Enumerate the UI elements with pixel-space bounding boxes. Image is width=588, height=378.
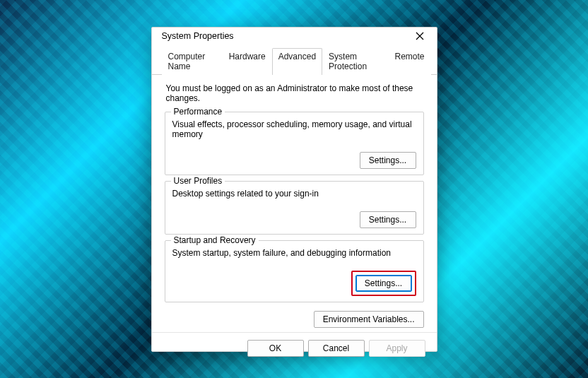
close-button[interactable] (410, 28, 430, 45)
tab-system-protection[interactable]: System Protection (322, 48, 388, 75)
tab-content-advanced: You must be logged on as an Administrato… (152, 75, 437, 332)
tabs-row: Computer Name Hardware Advanced System P… (152, 45, 437, 75)
performance-settings-button[interactable]: Settings... (360, 152, 416, 169)
desktop-background: System Properties Computer Name Hardware… (0, 0, 588, 378)
group-startup-recovery-desc: System startup, system failure, and debu… (172, 248, 416, 258)
ok-button[interactable]: OK (247, 340, 304, 357)
group-performance-desc: Visual effects, processor scheduling, me… (172, 119, 416, 139)
window-title: System Properties (162, 31, 234, 41)
apply-button[interactable]: Apply (369, 340, 425, 357)
system-properties-window: System Properties Computer Name Hardware… (151, 27, 437, 352)
dialog-footer: OK Cancel Apply (152, 332, 437, 367)
close-icon (416, 32, 424, 40)
group-user-profiles-legend: User Profiles (171, 176, 225, 186)
group-performance: Performance Visual effects, processor sc… (165, 112, 424, 175)
tab-hardware[interactable]: Hardware (223, 48, 272, 75)
group-startup-recovery-legend: Startup and Recovery (171, 235, 259, 245)
cancel-button[interactable]: Cancel (308, 340, 365, 357)
highlight-box: Settings... (351, 271, 416, 296)
environment-variables-button[interactable]: Environment Variables... (314, 311, 424, 328)
tab-computer-name[interactable]: Computer Name (162, 48, 223, 75)
group-startup-recovery: Startup and Recovery System startup, sys… (165, 240, 424, 302)
group-performance-legend: Performance (171, 107, 225, 117)
group-user-profiles-desc: Desktop settings related to your sign-in (172, 189, 416, 199)
group-user-profiles: User Profiles Desktop settings related t… (165, 181, 424, 235)
tab-advanced[interactable]: Advanced (272, 48, 322, 75)
tab-remote[interactable]: Remote (388, 48, 430, 75)
titlebar: System Properties (152, 28, 437, 45)
startup-recovery-settings-button[interactable]: Settings... (355, 275, 412, 292)
admin-note: You must be logged on as an Administrato… (165, 82, 424, 106)
user-profiles-settings-button[interactable]: Settings... (360, 211, 416, 228)
